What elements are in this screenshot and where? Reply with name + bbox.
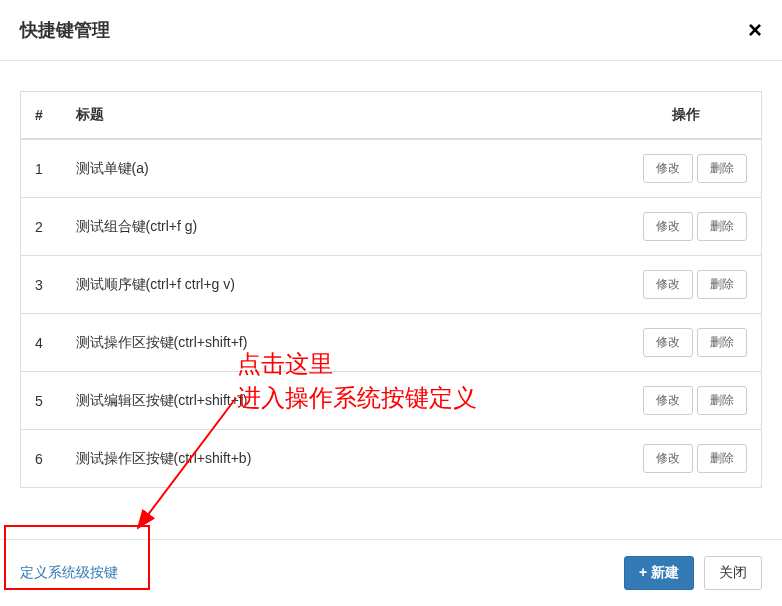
modal-title: 快捷键管理 [20,18,110,42]
shortcut-table: # 标题 操作 1测试单键(a)修改删除2测试组合键(ctrl+f g)修改删除… [20,91,762,488]
edit-button[interactable]: 修改 [643,212,693,241]
delete-button[interactable]: 删除 [697,154,747,183]
row-index: 4 [21,314,66,372]
table-row: 3测试顺序键(ctrl+f ctrl+g v)修改删除 [21,256,762,314]
new-button[interactable]: + 新建 [624,556,694,590]
row-index: 2 [21,198,66,256]
edit-button[interactable]: 修改 [643,154,693,183]
close-icon[interactable]: × [748,18,762,42]
col-header-index: # [21,92,66,140]
row-index: 6 [21,430,66,488]
table-row: 5测试编辑区按键(ctrl+shift+f)修改删除 [21,372,762,430]
col-header-actions: 操作 [612,92,762,140]
row-title: 测试操作区按键(ctrl+shift+f) [66,314,612,372]
delete-button[interactable]: 删除 [697,328,747,357]
row-index: 3 [21,256,66,314]
row-title: 测试编辑区按键(ctrl+shift+f) [66,372,612,430]
close-button[interactable]: 关闭 [704,556,762,590]
delete-button[interactable]: 删除 [697,212,747,241]
edit-button[interactable]: 修改 [643,444,693,473]
row-index: 5 [21,372,66,430]
delete-button[interactable]: 删除 [697,386,747,415]
row-title: 测试组合键(ctrl+f g) [66,198,612,256]
edit-button[interactable]: 修改 [643,270,693,299]
row-title: 测试顺序键(ctrl+f ctrl+g v) [66,256,612,314]
define-system-hotkey-link[interactable]: 定义系统级按键 [20,564,118,582]
table-row: 1测试单键(a)修改删除 [21,139,762,198]
row-title: 测试单键(a) [66,139,612,198]
col-header-title: 标题 [66,92,612,140]
edit-button[interactable]: 修改 [643,328,693,357]
table-row: 6测试操作区按键(ctrl+shift+b)修改删除 [21,430,762,488]
edit-button[interactable]: 修改 [643,386,693,415]
row-title: 测试操作区按键(ctrl+shift+b) [66,430,612,488]
table-row: 2测试组合键(ctrl+f g)修改删除 [21,198,762,256]
table-row: 4测试操作区按键(ctrl+shift+f)修改删除 [21,314,762,372]
row-index: 1 [21,139,66,198]
delete-button[interactable]: 删除 [697,270,747,299]
delete-button[interactable]: 删除 [697,444,747,473]
